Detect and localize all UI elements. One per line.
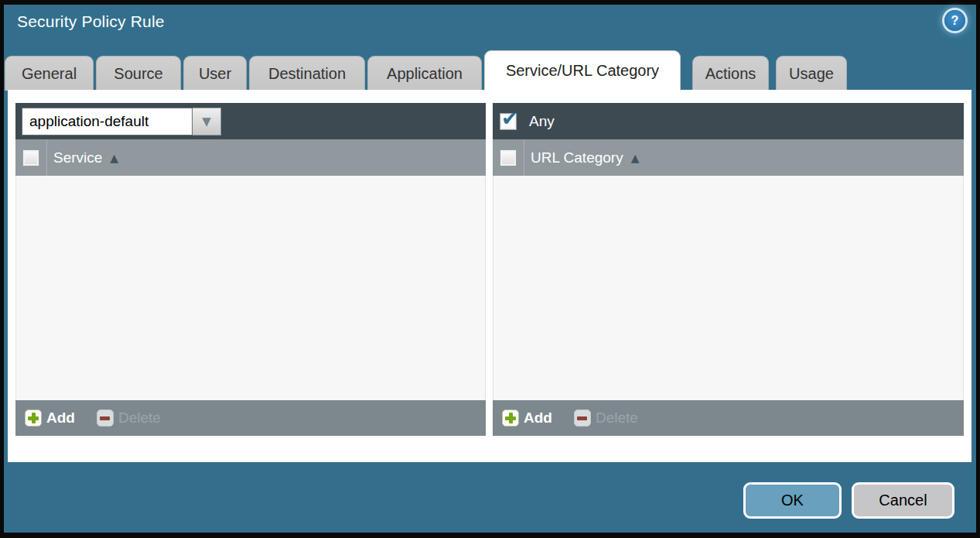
plus-icon <box>25 409 42 427</box>
sort-asc-icon: ▲ <box>631 152 640 164</box>
tab-destination[interactable]: Destination <box>249 56 365 91</box>
url-category-column-header-row: URL Category ▲ <box>493 139 964 176</box>
service-column-label: Service <box>53 149 102 166</box>
tab-user[interactable]: User <box>183 56 247 91</box>
tab-general[interactable]: General <box>5 56 94 91</box>
chevron-down-icon: ▼ <box>202 115 211 129</box>
tab-service-url-category[interactable]: Service/URL Category <box>484 50 681 91</box>
url-category-select-all-cell <box>493 139 524 176</box>
url-category-panel: ✔ Any URL Category ▲ Add Delete <box>493 103 964 436</box>
help-icon[interactable]: ? <box>944 10 965 31</box>
service-type-dropdown-value[interactable]: application-default <box>22 108 193 135</box>
service-add-label: Add <box>46 409 75 427</box>
sort-asc-icon: ▲ <box>110 152 118 164</box>
url-category-delete-label: Delete <box>596 409 638 427</box>
minus-icon <box>574 409 591 427</box>
url-category-list <box>493 176 964 400</box>
minus-icon <box>97 409 114 427</box>
service-delete-label: Delete <box>118 409 161 427</box>
tab-bar: General Source User Destination Applicat… <box>5 50 849 91</box>
tab-source[interactable]: Source <box>96 56 181 91</box>
url-category-add-button[interactable]: Add <box>502 409 552 427</box>
url-category-panel-footer: Add Delete <box>493 400 964 436</box>
service-column-sort[interactable]: Service ▲ <box>53 149 118 166</box>
service-panel-footer: Add Delete <box>15 400 486 436</box>
service-panel-header: application-default ▼ <box>15 103 486 139</box>
any-checkbox[interactable]: ✔ <box>500 113 517 130</box>
url-category-select-all-checkbox[interactable] <box>500 149 517 166</box>
service-column-header-row: Service ▲ <box>15 139 486 176</box>
url-category-panel-header: ✔ Any <box>493 103 964 139</box>
service-add-button[interactable]: Add <box>25 409 75 427</box>
service-select-all-checkbox[interactable] <box>22 149 39 166</box>
service-panel: application-default ▼ Service ▲ Add Dele… <box>15 103 486 436</box>
help-question-glyph: ? <box>951 14 959 28</box>
tab-application[interactable]: Application <box>367 56 482 91</box>
ok-button[interactable]: OK <box>743 482 842 519</box>
cancel-button[interactable]: Cancel <box>852 482 954 519</box>
service-select-all-cell <box>15 139 47 176</box>
tab-actions[interactable]: Actions <box>692 56 769 91</box>
url-category-column-sort[interactable]: URL Category ▲ <box>531 149 639 166</box>
tab-usage[interactable]: Usage <box>776 56 847 91</box>
url-category-column-label: URL Category <box>531 149 623 166</box>
check-icon: ✔ <box>501 107 518 130</box>
service-type-dropdown-button[interactable]: ▼ <box>193 108 221 135</box>
dialog-title: Security Policy Rule <box>17 12 165 31</box>
service-delete-button[interactable]: Delete <box>97 409 161 427</box>
service-type-dropdown: application-default ▼ <box>22 108 221 135</box>
url-category-add-label: Add <box>524 409 552 427</box>
any-checkbox-label: Any <box>529 113 555 130</box>
plus-icon <box>502 409 519 427</box>
url-category-delete-button[interactable]: Delete <box>574 409 638 427</box>
service-list <box>15 176 486 400</box>
